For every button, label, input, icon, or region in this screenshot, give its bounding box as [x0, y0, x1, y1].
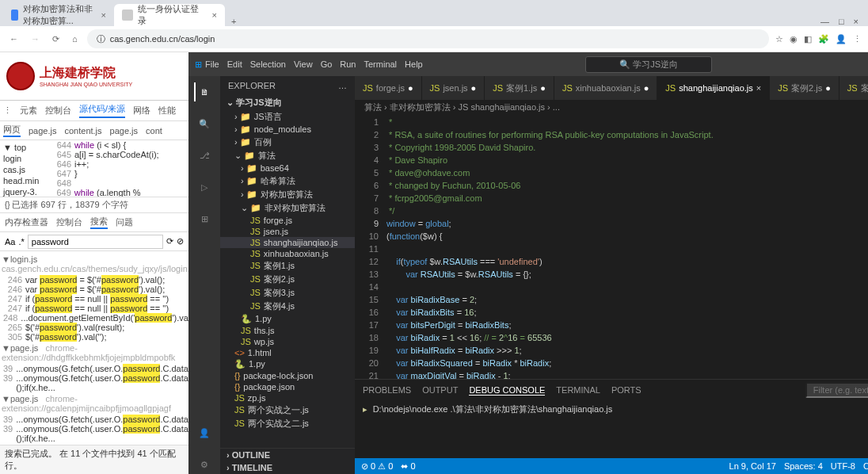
account-icon[interactable]: 👤 [195, 423, 214, 442]
subtab[interactable]: cont [146, 126, 162, 136]
explorer-item[interactable]: › 📁百例 [220, 136, 355, 149]
drawer-tab[interactable]: 问题 [116, 216, 133, 228]
explorer-item[interactable]: › 📁node_modules [220, 124, 355, 136]
drawer-tab[interactable]: 搜索 [90, 216, 108, 229]
extension-icon[interactable]: ◉ [790, 34, 798, 44]
menu-item[interactable]: Run [340, 59, 356, 69]
status-spaces[interactable]: Spaces: 4 [784, 461, 823, 471]
explorer-item[interactable]: JSzp.js [220, 392, 355, 403]
explorer-item[interactable]: ⌄ 📁算法 [220, 149, 355, 162]
subtab[interactable]: content.js [64, 126, 101, 136]
explorer-item[interactable]: › 📁JS语言 [220, 110, 355, 124]
file-explorer[interactable]: › 📁JS语言› 📁node_modules› 📁百例⌄ 📁算法› 📁base6… [220, 110, 355, 448]
explorer-item[interactable]: JSforge.js [220, 215, 355, 226]
status-item[interactable]: ⬌ 0 [401, 461, 415, 472]
explorer-item[interactable]: JSshanghaijianqiao.js [220, 237, 355, 248]
outline-section[interactable]: › OUTLINE [220, 449, 355, 461]
editor-tab[interactable]: JS forge.js ● [355, 76, 422, 100]
home-button[interactable]: ⌂ [69, 32, 81, 45]
settings-icon[interactable]: ⚙ [195, 455, 214, 474]
explorer-item[interactable]: JS案例2.js [220, 273, 355, 286]
tab-sources[interactable]: 源代码/来源 [79, 103, 125, 118]
file-tree[interactable]: ▼ top login cas.js head.min jquery-3. lo… [0, 140, 54, 197]
explorer-item[interactable]: {}package-lock.json [220, 370, 355, 381]
extension-icon[interactable]: ◧ [804, 34, 812, 44]
explorer-item[interactable]: JS案例1.js [220, 259, 355, 273]
explorer-icon[interactable]: 🗎 [194, 82, 213, 101]
explorer-item[interactable]: JS案例4.js [220, 300, 355, 313]
tab-console[interactable]: 控制台 [45, 105, 71, 117]
menu-item[interactable]: Help [405, 59, 423, 69]
panel-tab-problems[interactable]: PROBLEMS [363, 385, 411, 395]
drawer-tab[interactable]: 内存检查器 [5, 216, 48, 228]
editor-tab[interactable]: JS jsen.js ● [422, 76, 485, 100]
menu-item[interactable]: Edit [227, 59, 242, 69]
url-input[interactable]: ⓘ cas.gench.edu.cn/cas/login [87, 29, 769, 48]
tree-item[interactable]: ▼ top [2, 142, 52, 153]
editor-tab[interactable]: JS 案例3.js ● [839, 76, 868, 100]
search-results[interactable]: ▼login.js cas.gench.edu.cn/cas/themes/su… [0, 251, 188, 445]
tree-item[interactable]: head.min [2, 175, 52, 186]
extension-icon[interactable]: 🧩 [818, 34, 829, 44]
status-item[interactable]: ⊘ 0 ⚠ 0 [361, 461, 393, 472]
regex-toggle[interactable]: .* [18, 237, 24, 247]
explorer-item[interactable]: JS两个实战之一.js [220, 403, 355, 417]
scm-icon[interactable]: ⎇ [195, 146, 214, 165]
case-toggle[interactable]: Aa [5, 237, 15, 247]
tree-item[interactable]: jquery-3. [2, 186, 52, 197]
site-info-icon[interactable]: ⓘ [97, 33, 105, 45]
editor-tab[interactable]: JS 案例2.js ● [770, 76, 839, 100]
explorer-item[interactable]: 🐍1.py [220, 358, 355, 370]
explorer-item[interactable]: <>1.html [220, 347, 355, 358]
explorer-item[interactable]: ⌄ 📁非对称加密算法 [220, 201, 355, 215]
browser-tab-1[interactable]: 对称加密算法和非对称加密算... × [3, 4, 114, 26]
debug-icon[interactable]: ▷ [195, 178, 214, 197]
reload-button[interactable]: ⟳ [49, 32, 63, 46]
search-icon[interactable]: 🔍 [195, 114, 214, 133]
timeline-section[interactable]: › TIMELINE [220, 461, 355, 474]
new-tab-button[interactable]: + [225, 17, 242, 26]
command-center[interactable]: 🔍 学习JS逆向 [585, 56, 712, 73]
close-icon[interactable]: × [854, 17, 858, 26]
source-code[interactable]: 644while (i < sl) {645 a[i] = s.charCode… [54, 140, 188, 197]
browser-tab-2[interactable]: 统一身份认证登录 × [114, 4, 225, 26]
explorer-item[interactable]: › 📁base64 [220, 162, 355, 174]
tab-network[interactable]: 网络 [133, 105, 150, 117]
menu-item[interactable]: File [205, 59, 219, 69]
tab-elements[interactable]: 元素 [20, 105, 37, 117]
tab-performance[interactable]: 性能 [158, 105, 176, 117]
close-icon[interactable]: × [101, 10, 106, 20]
close-icon[interactable]: × [212, 10, 217, 20]
menu-item[interactable]: Selection [250, 59, 286, 69]
menu-item[interactable]: View [294, 59, 313, 69]
explorer-item[interactable]: 🐍1.py [220, 313, 355, 325]
code-editor[interactable]: 1 *2 * RSA, a suite of routines for perf… [355, 116, 868, 379]
explorer-item[interactable]: JSwp.js [220, 336, 355, 347]
panel-tab-ports[interactable]: PORTS [611, 385, 641, 395]
maximize-icon[interactable]: □ [839, 17, 844, 26]
tree-item[interactable]: login [2, 153, 52, 164]
subtab[interactable]: page.js [29, 126, 56, 136]
explorer-item[interactable]: JSjsen.js [220, 226, 355, 237]
explorer-item[interactable]: › 📁哈希算法 [220, 174, 355, 188]
extensions-icon[interactable]: ⊞ [195, 209, 214, 228]
devtools-menu-icon[interactable]: ⋮ [3, 105, 12, 116]
subtab[interactable]: 网页 [3, 124, 21, 137]
minimize-icon[interactable]: — [820, 17, 829, 26]
more-icon[interactable]: … [338, 81, 347, 90]
profile-icon[interactable]: 👤 [836, 34, 847, 44]
subtab[interactable]: page.js [110, 126, 138, 136]
clear-icon[interactable]: ⊘ [177, 236, 184, 247]
status-eol[interactable]: CRLF [863, 461, 868, 471]
explorer-item[interactable]: JSxinhuabaoxian.js [220, 248, 355, 259]
drawer-tab[interactable]: 控制台 [56, 216, 82, 228]
debug-console-output[interactable]: ▸ D:\nodejs\node.exe .\算法\非对称加密算法\shangh… [355, 400, 868, 419]
back-button[interactable]: ← [6, 32, 21, 45]
forward-button[interactable]: → [28, 32, 43, 45]
menu-icon[interactable]: ⋮ [853, 34, 862, 44]
extension-icon[interactable]: ☆ [775, 34, 783, 44]
explorer-item[interactable]: {}package.json [220, 381, 355, 392]
explorer-item[interactable]: JS案例3.js [220, 286, 355, 300]
status-cursor[interactable]: Ln 9, Col 17 [729, 461, 776, 471]
tree-item[interactable]: cas.js [2, 164, 52, 175]
